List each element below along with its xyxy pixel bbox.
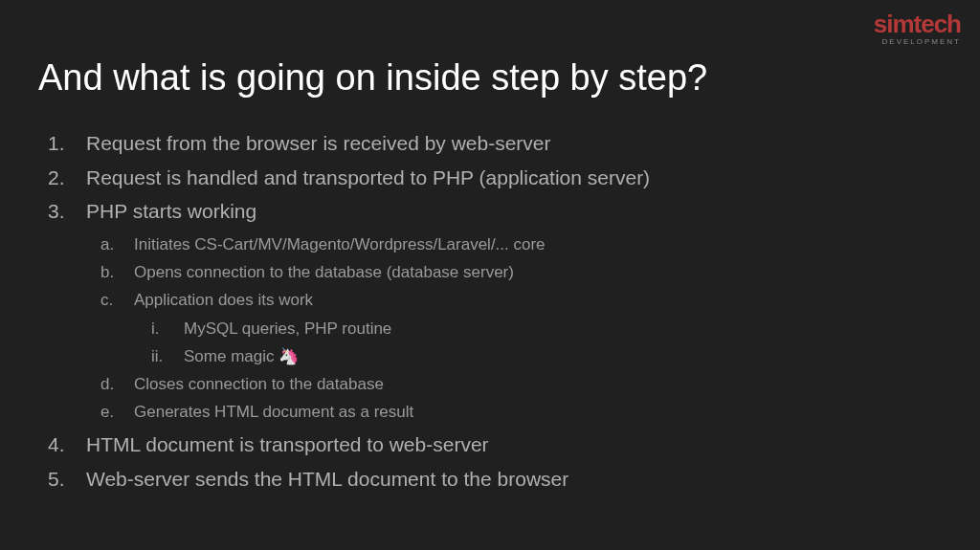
logo-main-text: simtech (874, 10, 961, 39)
list-item-text: Generates HTML document as a result (134, 403, 413, 421)
list-item-text: Request from the browser is received by … (86, 132, 551, 154)
slide-content: And what is going on inside step by step… (0, 0, 980, 535)
list-item-text: Some magic 🦄 (184, 347, 299, 365)
list-item-text: Web-server sends the HTML document to th… (86, 468, 568, 490)
brand-logo: simtech DEVELOPMENT (874, 10, 961, 46)
list-item: Some magic 🦄 (134, 343, 942, 371)
sub-list: Initiates CS-Cart/MV/Magento/Wordpress/L… (86, 231, 942, 427)
list-item: Application does its work MySQL queries,… (86, 287, 942, 372)
list-item-text: Request is handled and transported to PH… (86, 166, 650, 188)
list-item-text: MySQL queries, PHP routine (184, 319, 391, 338)
list-item: MySQL queries, PHP routine (134, 316, 942, 343)
list-item-text: Initiates CS-Cart/MV/Magento/Wordpress/L… (134, 235, 546, 253)
list-item: Closes connection to the database (86, 371, 942, 399)
list-item: Request from the browser is received by … (38, 127, 942, 160)
list-item: Generates HTML document as a result (86, 399, 942, 427)
list-item-text: Closes connection to the database (134, 375, 384, 393)
list-item: Request is handled and transported to PH… (38, 162, 942, 194)
list-item: Initiates CS-Cart/MV/Magento/Wordpress/L… (86, 231, 942, 259)
list-item: Web-server sends the HTML document to th… (38, 463, 942, 495)
main-list: Request from the browser is received by … (38, 127, 942, 495)
slide-title: And what is going on inside step by step… (38, 57, 942, 99)
list-item-text: PHP starts working (86, 200, 256, 222)
list-item: PHP starts working Initiates CS-Cart/MV/… (38, 195, 942, 427)
sub-sub-list: MySQL queries, PHP routine Some magic 🦄 (134, 316, 942, 371)
list-item: HTML document is transported to web-serv… (38, 429, 942, 461)
list-item: Opens connection to the database (databa… (86, 259, 942, 287)
list-item-text: HTML document is transported to web-serv… (86, 433, 489, 455)
list-item-text: Application does its work (134, 291, 313, 309)
list-item-text: Opens connection to the database (databa… (134, 263, 514, 281)
logo-sub-text: DEVELOPMENT (874, 37, 961, 46)
